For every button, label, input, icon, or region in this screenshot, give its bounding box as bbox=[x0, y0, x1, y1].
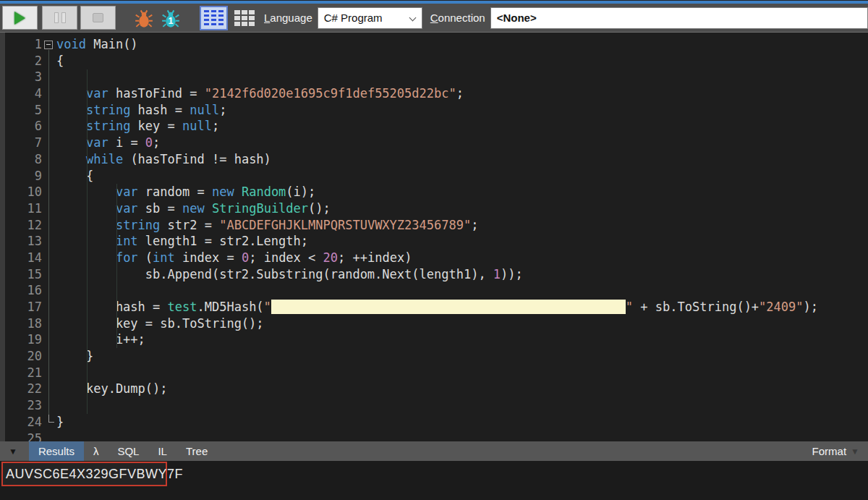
line-number: 9 bbox=[0, 168, 45, 185]
line-number: 11 bbox=[0, 200, 45, 217]
code-line: 1void Main() bbox=[0, 36, 868, 53]
tab-tree[interactable]: Tree bbox=[176, 441, 217, 461]
play-icon bbox=[14, 12, 25, 25]
language-dropdown[interactable]: C# Program bbox=[318, 7, 422, 29]
rich-text-results-icon[interactable] bbox=[200, 6, 228, 30]
line-number: 12 bbox=[0, 217, 45, 234]
run-button[interactable] bbox=[2, 6, 38, 30]
format-menu[interactable]: Format ▼ bbox=[812, 441, 868, 461]
code-line: 19 i++; bbox=[0, 331, 868, 348]
fold-guide-line bbox=[48, 50, 49, 422]
code-line: 17 hash = test.MD5Hash("" + sb.ToString(… bbox=[0, 299, 868, 315]
code-line: 8 while (hasToFind != hash) bbox=[0, 151, 868, 168]
annotation-box: AUVSC6E4X329GFVBWY7F bbox=[1, 462, 167, 486]
line-number: 6 bbox=[0, 118, 45, 135]
code-line: 21 bbox=[0, 365, 868, 381]
line-number: 18 bbox=[0, 315, 45, 332]
connection-dropdown[interactable]: <None> bbox=[490, 7, 868, 29]
editor-left-margin bbox=[0, 33, 5, 441]
line-number: 21 bbox=[0, 365, 45, 381]
indent-guide bbox=[116, 184, 117, 348]
line-number: 15 bbox=[0, 266, 45, 283]
line-number: 4 bbox=[0, 85, 45, 102]
line-number: 8 bbox=[0, 151, 45, 168]
line-number: 24 bbox=[0, 414, 45, 431]
line-number: 20 bbox=[0, 348, 45, 365]
line-number: 10 bbox=[0, 184, 45, 200]
line-number: 19 bbox=[0, 331, 45, 348]
tab-il[interactable]: IL bbox=[148, 441, 176, 461]
language-value: C# Program bbox=[324, 12, 383, 24]
code-line: 15 sb.Append(str2.Substring(random.Next(… bbox=[0, 266, 868, 283]
indent-guide bbox=[87, 69, 88, 414]
line-number: 14 bbox=[0, 250, 45, 266]
line-number: 1 bbox=[0, 36, 45, 53]
code-line: 12 string str2 = "ABCDEFGHJKLMNPQRSTUVWX… bbox=[0, 217, 868, 234]
line-number: 16 bbox=[0, 282, 45, 299]
line-number: 2 bbox=[0, 53, 45, 69]
bug-debug-icon[interactable] bbox=[133, 7, 155, 29]
code-line: 4 var hasToFind = "2142f6d020e1695c9f1de… bbox=[0, 85, 868, 102]
redaction-highlight bbox=[271, 300, 626, 314]
connection-value: <None> bbox=[497, 12, 537, 24]
tab-sql[interactable]: SQL bbox=[108, 441, 148, 461]
result-value: AUVSC6E4X329GFVBWY7F bbox=[3, 467, 183, 482]
code-line: 22 key.Dump(); bbox=[0, 381, 868, 397]
fold-end-marker bbox=[48, 415, 54, 423]
code-line: 9 { bbox=[0, 168, 868, 185]
format-label: Format bbox=[812, 445, 847, 457]
code-line: 20 } bbox=[0, 348, 868, 365]
line-number: 7 bbox=[0, 135, 45, 151]
line-number: 17 bbox=[0, 299, 45, 315]
main-toolbar: 1 Language C# Program Connection <None> bbox=[0, 4, 868, 33]
fold-collapse-icon[interactable] bbox=[44, 41, 53, 49]
code-line: 23 bbox=[0, 397, 868, 414]
line-number: 25 bbox=[0, 431, 45, 442]
code-line: 3 bbox=[0, 69, 868, 85]
stop-button[interactable] bbox=[80, 6, 116, 30]
tab-results[interactable]: Results bbox=[29, 441, 84, 461]
bug-debug-count-icon[interactable]: 1 bbox=[160, 7, 182, 29]
code-line: 14 for (int index = 0; index < 20; ++ind… bbox=[0, 250, 868, 266]
bug-badge: 1 bbox=[169, 16, 174, 26]
line-number: 23 bbox=[0, 397, 45, 414]
code-line: 13 int length1 = str2.Length; bbox=[0, 233, 868, 250]
results-pane: AUVSC6E4X329GFVBWY7F bbox=[0, 461, 868, 500]
code-line: 7 var i = 0; bbox=[0, 135, 868, 151]
results-tab-bar: ▼ Results λ SQL IL Tree Format ▼ bbox=[0, 441, 868, 461]
line-number: 13 bbox=[0, 233, 45, 250]
pause-icon bbox=[54, 12, 59, 23]
connection-label: Connection bbox=[430, 12, 485, 24]
code-line: 25 bbox=[0, 431, 868, 442]
code-line: 2{ bbox=[0, 53, 868, 69]
code-editor[interactable]: 1void Main()2{34 var hasToFind = "2142f6… bbox=[0, 33, 868, 441]
stop-icon bbox=[93, 13, 103, 22]
code-line: 16 bbox=[0, 282, 868, 299]
code-line: 11 var sb = new StringBuilder(); bbox=[0, 200, 868, 217]
code-line: 5 string hash = null; bbox=[0, 102, 868, 119]
language-label: Language bbox=[264, 12, 312, 24]
line-number: 5 bbox=[0, 102, 45, 119]
code-line: 24} bbox=[0, 414, 868, 431]
tab-lambda[interactable]: λ bbox=[84, 441, 109, 461]
format-dropdown-icon: ▼ bbox=[851, 446, 859, 457]
data-grid-results-icon[interactable] bbox=[233, 8, 256, 28]
code-line: 6 string key = null; bbox=[0, 118, 868, 135]
chevron-down-icon bbox=[410, 15, 416, 21]
code-line: 10 var random = new Random(i); bbox=[0, 184, 868, 200]
line-number: 22 bbox=[0, 381, 45, 397]
pause-button[interactable] bbox=[42, 6, 77, 30]
panel-dropdown-icon[interactable]: ▼ bbox=[9, 446, 17, 457]
code-line: 18 key = sb.ToString(); bbox=[0, 315, 868, 332]
line-number: 3 bbox=[0, 69, 45, 85]
